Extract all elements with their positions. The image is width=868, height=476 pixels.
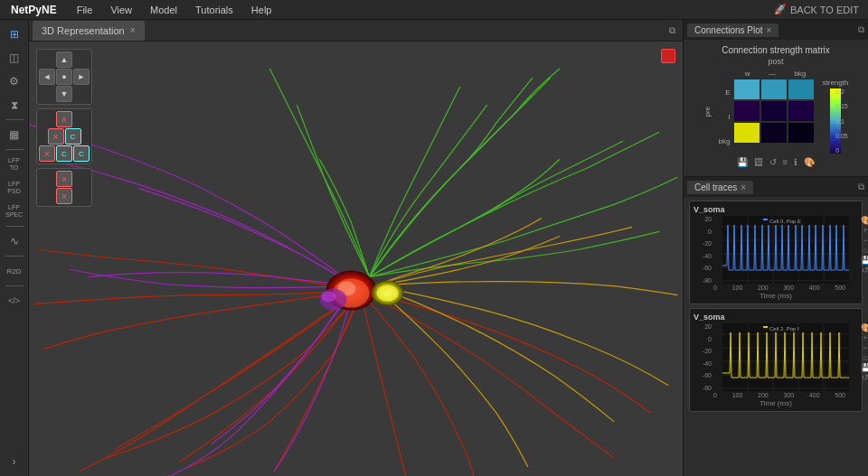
x2-label-200: 200 [758,392,769,398]
trace-1-plus-btn[interactable]: + [860,226,868,235]
col-label-bkg: bkg [794,70,806,78]
tick-005: 0.05 [835,133,848,139]
x-label-0: 0 [713,285,717,291]
svg-rect-8 [734,79,760,99]
svg-text:Cell 2, Pop I: Cell 2, Pop I [769,326,799,331]
y-label--20: -20 [693,240,712,247]
x-label-100: 100 [732,285,743,291]
nav-right-btn[interactable]: ► [73,69,90,85]
nav-reset-btn[interactable]: ● [56,69,72,85]
trace-chart-1: V_soma 20 0 -20 -40 -60 -80 [689,201,863,304]
scale-cy-btn[interactable]: C [56,145,72,162]
sidebar-filter-icon[interactable]: ⧗ [4,94,25,116]
trace-1-color-btn[interactable]: 🎨 [860,216,868,225]
matrix-row-labels: E I bkg [719,70,731,154]
x2-label-500: 500 [835,392,845,398]
trace-2-wrapper: 20 0 -20 -40 -60 -80 [693,323,858,407]
trace-1-minus-btn[interactable]: − [860,236,868,245]
trace-2-reset-btn[interactable]: ↺ [860,373,868,382]
svg-point-5 [321,292,335,303]
trace-2-minus-btn[interactable]: − [860,343,868,352]
trace-1-x-label: Time (ms) [693,292,858,300]
extra-red-btn2[interactable]: X [56,188,72,204]
sidebar-layers-icon[interactable]: ◫ [4,47,25,69]
sidebar-grid-icon[interactable]: ⊞ [4,23,25,45]
connections-tab-close[interactable]: × [767,25,772,35]
svg-rect-9 [761,79,787,99]
sidebar-chart-icon[interactable]: ▦ [4,124,25,145]
transform-controls: X X C X C C [36,108,92,164]
sidebar-expand-icon[interactable]: › [4,451,25,472]
rotate-y2-btn[interactable]: X [39,145,55,162]
y2-label-20: 20 [693,323,712,330]
colorbar-label: strength [823,79,849,87]
nav-down-btn[interactable]: ▼ [56,86,72,102]
menu-help[interactable]: Help [242,2,281,18]
sidebar-lfp-psd-icon[interactable]: LFPPSD [4,177,25,199]
trace-1-save-btn[interactable]: 💾 [860,256,868,265]
sidebar-wave-icon[interactable]: ∿ [4,230,25,252]
back-to-edit-button[interactable]: 🚀 BACK TO EDIT [765,1,868,18]
x2-label-100: 100 [732,392,743,398]
mtb-info-btn[interactable]: ℹ [792,156,799,168]
svg-point-7 [377,285,399,302]
3d-tab-maximize[interactable]: ⧉ [665,23,679,38]
traces-tab-close[interactable]: × [741,182,746,192]
viewport-3d: ▲ ◄ ● ► ▼ X X C [29,42,683,476]
mtb-save-btn[interactable]: 💾 [735,156,750,168]
sidebar-code-icon[interactable]: </> [4,290,25,312]
main-layout: ⊞ ◫ ⚙ ⧗ ▦ LFPTO LFPPSD LFPSPEC ∿ R2D </>… [0,20,868,476]
y2-label--40: -40 [693,360,712,367]
trace-2-svg: Cell 2, Pop I [713,323,858,391]
nav-left-btn[interactable]: ◄ [39,69,55,85]
connections-maximize[interactable]: ⧉ [858,24,864,35]
trace-2-save-btn[interactable]: 💾 [860,363,868,372]
sidebar-r2d-icon[interactable]: R2D [4,260,25,282]
y-label-20: 20 [693,216,712,222]
sidebar-sep-5 [5,285,24,286]
extra-cy-btn[interactable]: C [73,145,90,162]
post-label: post [768,57,783,66]
connections-tab[interactable]: Connections Plot × [687,23,778,37]
3d-tab-close[interactable]: × [130,25,136,35]
rotate-y1-btn[interactable]: X [48,128,64,145]
colorbar-ticks: 0.2 0.15 0.1 0.05 0 [835,89,848,154]
sidebar-lfp-to-icon[interactable]: LFPTO [4,154,25,175]
trace-1-wrapper: 20 0 -20 -40 -60 -80 [693,216,858,300]
rotate-x-btn[interactable]: X [56,111,72,127]
x2-label-400: 400 [809,392,820,398]
menu-file[interactable]: File [68,2,102,18]
mtb-color-btn[interactable]: 🎨 [802,156,816,168]
menu-items: File View Model Tutorials Help [68,2,281,18]
x2-label-0: 0 [713,392,717,398]
traces-maximize[interactable]: ⧉ [858,182,864,192]
mtb-settings-btn[interactable]: ≡ [781,156,790,168]
row-label-i: I [728,113,730,121]
menu-tutorials[interactable]: Tutorials [186,2,242,18]
nav-up-btn[interactable]: ▲ [56,51,72,68]
sidebar-lfp-spec-icon[interactable]: LFPSPEC [4,201,25,222]
y-label-0: 0 [693,229,712,235]
sidebar-sep-4 [5,256,24,257]
sidebar-settings-icon[interactable]: ⚙ [4,70,25,92]
trace-2-home-btn[interactable]: ⌂ [860,353,868,362]
y2-label--80: -80 [693,385,712,391]
x2-label-300: 300 [783,392,794,398]
trace-1-reset-btn[interactable]: ↺ [860,266,868,275]
trace-1-home-btn[interactable]: ⌂ [860,246,868,255]
svg-rect-14 [734,123,760,143]
menu-view[interactable]: View [101,2,141,18]
rocket-icon: 🚀 [774,4,787,15]
trace-2-plus-btn[interactable]: + [860,333,868,342]
tick-015: 0.15 [835,103,848,109]
trace-2-color-btn[interactable]: 🎨 [860,323,868,332]
tab-3d-representation[interactable]: 3D Representation × [33,21,145,41]
rotate-cy-btn[interactable]: C [65,128,81,145]
trace-2-x-label: Time (ms) [693,399,858,407]
mtb-reset-btn[interactable]: ↺ [768,156,778,168]
traces-tab[interactable]: Cell traces × [687,181,753,194]
menu-model[interactable]: Model [141,2,186,18]
extra-red-btn1[interactable]: X [56,171,72,187]
mtb-img-btn[interactable]: 🖼 [752,156,765,168]
center-area: 3D Representation × ⧉ [29,20,683,476]
